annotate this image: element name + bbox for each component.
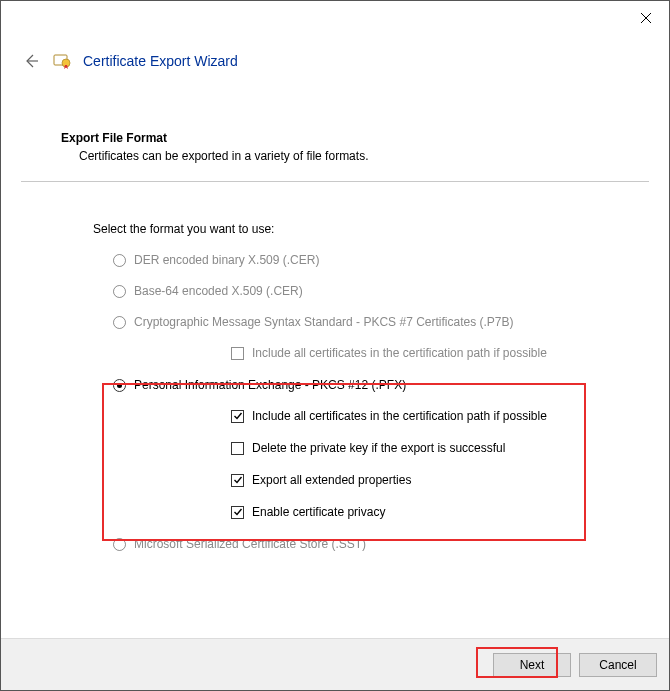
radio-icon xyxy=(113,538,126,551)
checkmark-icon xyxy=(233,507,243,517)
radio-label: Microsoft Serialized Certificate Store (… xyxy=(134,537,366,551)
cancel-button[interactable]: Cancel xyxy=(579,653,657,677)
section-heading: Export File Format xyxy=(61,131,649,145)
divider xyxy=(21,181,649,182)
format-radio-group: DER encoded binary X.509 (.CER) Base-64 … xyxy=(113,250,649,554)
radio-label: Cryptographic Message Syntax Standard - … xyxy=(134,315,514,329)
checkbox-icon xyxy=(231,474,244,487)
wizard-header: Certificate Export Wizard xyxy=(21,51,238,71)
radio-label: Personal Information Exchange - PKCS #12… xyxy=(134,378,406,392)
radio-base64: Base-64 encoded X.509 (.CER) xyxy=(113,281,649,301)
radio-p7b: Cryptographic Message Syntax Standard - … xyxy=(113,312,649,332)
checkbox-icon xyxy=(231,347,244,360)
checkbox-label: Include all certificates in the certific… xyxy=(252,346,547,360)
wizard-title: Certificate Export Wizard xyxy=(83,53,238,69)
wizard-window: Certificate Export Wizard Export File Fo… xyxy=(0,0,670,691)
next-button[interactable]: Next xyxy=(493,653,571,677)
radio-icon xyxy=(113,285,126,298)
radio-icon xyxy=(113,254,126,267)
radio-icon xyxy=(113,379,126,392)
content-area: Export File Format Certificates can be e… xyxy=(21,131,649,565)
radio-sst: Microsoft Serialized Certificate Store (… xyxy=(113,534,649,554)
section-subheading: Certificates can be exported in a variet… xyxy=(79,149,649,163)
radio-icon xyxy=(113,316,126,329)
footer-bar: Next Cancel xyxy=(1,638,669,690)
certificate-icon xyxy=(53,52,71,70)
radio-der: DER encoded binary X.509 (.CER) xyxy=(113,250,649,270)
check-pfx-export[interactable]: Export all extended properties xyxy=(231,470,649,490)
checkbox-icon xyxy=(231,506,244,519)
checkbox-label: Enable certificate privacy xyxy=(252,505,385,519)
check-pfx-privacy[interactable]: Enable certificate privacy xyxy=(231,502,649,522)
checkbox-icon xyxy=(231,410,244,423)
close-button[interactable] xyxy=(635,7,657,29)
radio-pfx[interactable]: Personal Information Exchange - PKCS #12… xyxy=(113,375,649,395)
checkbox-label: Export all extended properties xyxy=(252,473,411,487)
checkbox-label: Include all certificates in the certific… xyxy=(252,409,547,423)
close-icon xyxy=(640,12,652,24)
back-button[interactable] xyxy=(21,51,41,71)
back-arrow-icon xyxy=(23,53,39,69)
checkmark-icon xyxy=(233,475,243,485)
checkbox-icon xyxy=(231,442,244,455)
radio-label: DER encoded binary X.509 (.CER) xyxy=(134,253,319,267)
checkbox-label: Delete the private key if the export is … xyxy=(252,441,505,455)
check-pfx-delete[interactable]: Delete the private key if the export is … xyxy=(231,438,649,458)
radio-label: Base-64 encoded X.509 (.CER) xyxy=(134,284,303,298)
check-p7b-include: Include all certificates in the certific… xyxy=(231,343,649,363)
format-prompt: Select the format you want to use: xyxy=(93,222,649,236)
checkmark-icon xyxy=(233,411,243,421)
check-pfx-include[interactable]: Include all certificates in the certific… xyxy=(231,406,649,426)
